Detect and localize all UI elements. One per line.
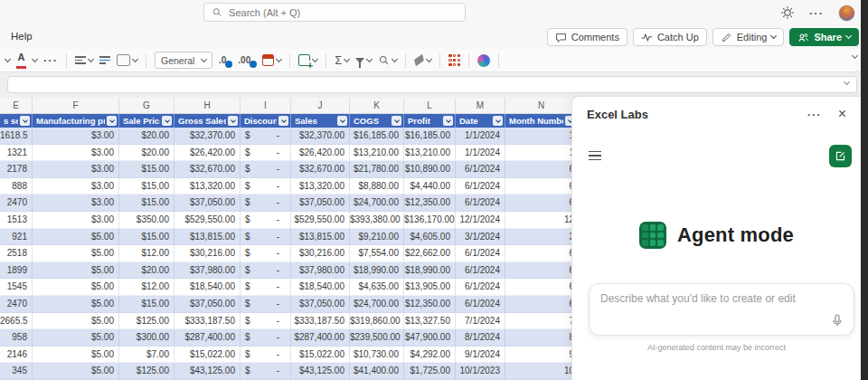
cell[interactable]: 6 [505,296,578,313]
autosum-button[interactable]: Σ [335,53,349,67]
filter-button[interactable] [337,116,347,126]
cell[interactable]: $15.00 [119,161,175,178]
cell[interactable]: $32,370.00 [291,128,350,145]
cell[interactable]: $10,730.00 [350,347,404,364]
cell[interactable]: 1321 [0,145,33,162]
cell[interactable]: $350.00 [119,212,175,229]
close-icon[interactable]: × [838,107,846,121]
cell[interactable]: $7,554.00 [350,245,404,262]
column-letter[interactable]: H [175,98,241,113]
cell[interactable]: $13,327.50 [404,313,456,330]
cell[interactable]: $12.00 [119,245,175,262]
cell[interactable]: $- [241,161,291,178]
cell[interactable]: 8 [505,329,578,347]
cell[interactable]: $5.00 [33,296,119,313]
cell[interactable]: $30,216.00 [175,245,241,262]
cell[interactable]: $3.00 [33,128,119,145]
column-letter[interactable]: E [0,98,33,113]
cell[interactable]: $12,350.00 [404,296,456,313]
copilot-button[interactable] [477,54,490,67]
cell[interactable]: $- [241,363,291,380]
cell[interactable]: $18,540.00 [175,279,241,296]
column-letter[interactable]: J [291,98,350,113]
cell[interactable]: $15.00 [119,178,175,195]
cell[interactable]: $13,905.00 [404,279,456,296]
cell[interactable]: 2470 [0,195,33,212]
cell[interactable]: $37,050.00 [175,296,241,313]
cell[interactable]: $24,700.00 [350,296,404,313]
cell[interactable]: $43,125.00 [291,363,350,380]
cell[interactable]: $13,210.00 [350,145,404,162]
cell[interactable]: $20.00 [119,145,175,162]
cell[interactable]: 345 [0,363,33,380]
cell[interactable]: $136,170.00 [404,212,456,229]
cell[interactable]: $37,050.00 [175,195,241,212]
cell[interactable]: 12 [505,212,578,229]
cell[interactable]: 10 [505,363,578,380]
cell[interactable]: 2146 [0,347,33,364]
cell[interactable]: $12,350.00 [404,195,456,212]
cell[interactable]: $- [241,262,291,280]
format-painter-button[interactable] [414,57,431,63]
column-letter[interactable]: G [119,98,175,113]
cell[interactable]: $5.00 [33,229,119,246]
cell[interactable]: $8,880.00 [350,178,404,195]
cell[interactable]: $125.00 [119,363,175,380]
cell[interactable]: $529,550.00 [175,212,241,229]
column-letter[interactable]: N [505,98,578,113]
chat-input-box[interactable] [589,283,854,336]
cell[interactable]: $- [241,128,291,145]
cell[interactable]: $24,700.00 [350,195,404,212]
excel-labs-addin-button[interactable] [448,54,460,66]
cell[interactable]: $37,050.00 [291,296,350,313]
cell[interactable]: 1 [505,145,578,162]
column-letter[interactable]: I [241,98,291,113]
format-as-table-button[interactable] [262,54,281,66]
chevron-down-icon[interactable] [5,55,11,62]
cell[interactable]: 1513 [0,212,33,229]
cell[interactable]: $5.00 [33,262,119,280]
cell[interactable]: $41,400.00 [350,363,404,380]
cell[interactable]: $32,670.00 [291,161,350,178]
cell[interactable]: $- [241,313,291,330]
cell[interactable]: 2518 [0,245,33,262]
cell[interactable]: 888 [0,178,33,195]
table-header-cell[interactable]: Sales [291,114,350,128]
table-header-cell[interactable]: Manufacturing price [33,114,119,128]
cell[interactable]: 6 [505,245,578,262]
column-letter[interactable]: F [33,98,119,113]
cell[interactable]: $16,185.00 [350,128,404,145]
cell[interactable]: $3.00 [33,145,119,162]
share-button[interactable]: Share [789,28,859,46]
insert-cells-button[interactable] [298,54,317,66]
increase-decimal-button[interactable]: .0 [219,55,231,65]
align-button[interactable] [75,56,93,64]
cell[interactable]: 6/1/2024 [456,296,505,313]
new-chat-button[interactable] [829,145,852,167]
cell[interactable]: $1,725.00 [404,363,456,380]
filter-button[interactable] [162,116,172,126]
cell[interactable]: $15.00 [119,296,175,313]
cell[interactable]: $- [241,329,291,347]
cell[interactable]: 6/1/2024 [456,178,505,195]
microphone-icon[interactable] [830,313,844,328]
cell[interactable]: $18,990.00 [404,262,456,280]
cell[interactable]: 6/1/2024 [456,279,505,296]
cell[interactable]: 1618.5 [0,128,33,145]
font-color-button[interactable]: A [16,52,26,69]
cell[interactable]: $- [241,145,291,162]
chevron-down-icon[interactable] [32,55,38,62]
filter-button[interactable] [228,116,238,126]
cell[interactable]: 1899 [0,262,33,280]
cell[interactable]: 6 [505,195,578,212]
cell[interactable]: 10/1/2023 [456,363,505,380]
cell[interactable]: $- [241,178,291,195]
search-input[interactable] [229,7,458,18]
cell[interactable]: $7.00 [119,347,175,364]
cell[interactable]: $26,420.00 [291,145,350,162]
cell[interactable]: $287,400.00 [291,329,350,347]
cell[interactable]: 3/1/2024 [456,229,505,246]
cell[interactable]: $20.00 [119,262,175,280]
cell[interactable]: $21,780.00 [350,161,404,178]
cell[interactable]: $15.00 [119,229,175,246]
